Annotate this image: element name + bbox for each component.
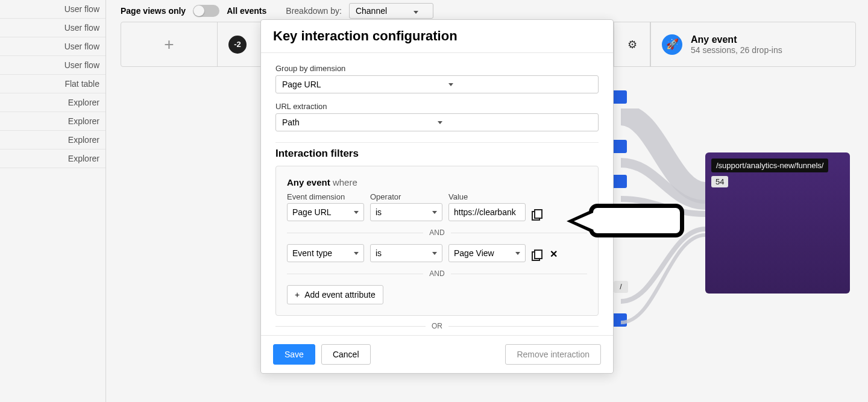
or-separator: OR: [275, 322, 599, 330]
operator-select[interactable]: is: [370, 244, 442, 262]
copy-icon[interactable]: [532, 250, 541, 259]
chevron-down-icon: [432, 211, 437, 214]
save-button[interactable]: Save: [273, 344, 315, 365]
filter-row: Event dimension Page URL Operator is Val…: [287, 192, 587, 221]
url-extraction-value: Path: [282, 118, 300, 127]
operator-select[interactable]: is: [370, 203, 442, 221]
copy-icon[interactable]: [532, 209, 541, 219]
remove-interaction-button[interactable]: Remove interaction: [505, 344, 601, 365]
divider: [275, 142, 599, 143]
dimension-select[interactable]: Page URL: [287, 203, 364, 221]
url-extraction-label: URL extraction: [275, 102, 599, 111]
and-separator: AND: [287, 269, 587, 278]
chevron-down-icon: [515, 252, 520, 255]
group-by-label: Group by dimension: [275, 64, 599, 73]
add-event-attribute-button[interactable]: + Add event attribute: [287, 285, 383, 304]
col-operator-label: Operator: [370, 192, 442, 201]
url-extraction-select[interactable]: Path: [275, 113, 599, 131]
value-input[interactable]: [448, 203, 526, 221]
cancel-button[interactable]: Cancel: [321, 344, 371, 365]
group-by-value: Page URL: [282, 80, 321, 89]
chevron-down-icon: [354, 211, 359, 214]
chevron-down-icon: [354, 252, 359, 255]
chevron-down-icon: [438, 121, 442, 124]
filter-group: Any event where Event dimension Page URL…: [275, 166, 599, 316]
filter-any-event: Any event where: [287, 177, 587, 187]
value-select[interactable]: Page View: [448, 244, 526, 262]
col-dimension-label: Event dimension: [287, 192, 364, 201]
col-value-label: Value: [448, 192, 526, 201]
plus-icon: +: [295, 290, 300, 300]
and-separator: AND: [287, 228, 587, 237]
dimension-select[interactable]: Event type: [287, 244, 364, 262]
chevron-down-icon: [448, 83, 453, 86]
chevron-down-icon: [432, 252, 437, 255]
modal-title: Key interaction configuration: [273, 28, 601, 44]
key-interaction-modal: Key interaction configuration Group by d…: [260, 19, 614, 374]
group-by-select[interactable]: Page URL: [275, 75, 599, 93]
modal-footer: Save Cancel Remove interaction: [261, 335, 613, 373]
modal-header: Key interaction configuration: [261, 20, 613, 53]
remove-row-icon[interactable]: ✕: [550, 248, 558, 260]
filter-row: Event type is Page View ✕: [287, 244, 587, 262]
interaction-filters-title: Interaction filters: [275, 148, 599, 160]
